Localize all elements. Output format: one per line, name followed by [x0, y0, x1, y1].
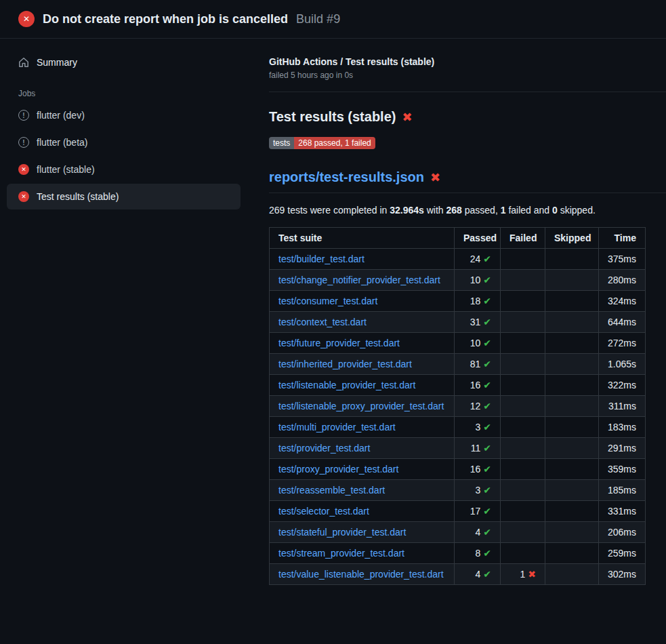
table-row: test/stateful_provider_test.dart 4 ✔ 206…: [270, 522, 646, 543]
suite-link[interactable]: test/listenable_proxy_provider_test.dart: [278, 401, 444, 411]
time-cell: 185ms: [599, 480, 646, 501]
test-table-body: test/builder_test.dart 24 ✔ 375ms test/c…: [270, 249, 646, 585]
time-cell: 259ms: [599, 543, 646, 564]
skipped-cell: [545, 312, 599, 333]
suite-link[interactable]: test/proxy_provider_test.dart: [278, 464, 398, 475]
passed-cell: 17 ✔: [455, 501, 501, 522]
table-row: test/listenable_proxy_provider_test.dart…: [270, 396, 646, 417]
cross-mark-icon: ✖: [402, 111, 412, 123]
skipped-cell: [545, 459, 599, 480]
col-header-suite: Test suite: [270, 228, 455, 249]
failed-cell: [501, 459, 545, 480]
passed-cell: 12 ✔: [455, 396, 501, 417]
table-row: test/provider_test.dart 11 ✔ 291ms: [270, 438, 646, 459]
sidebar-job-item[interactable]: ! flutter (beta): [7, 129, 241, 155]
check-icon: ✔: [483, 401, 491, 411]
job-label: flutter (beta): [37, 137, 87, 148]
skipped-cell: [545, 249, 599, 270]
failed-cell: [501, 501, 545, 522]
skipped-cell: [545, 543, 599, 564]
table-row: test/change_notifier_provider_test.dart …: [270, 270, 646, 291]
suite-link[interactable]: test/future_provider_test.dart: [278, 338, 400, 348]
suite-cell: test/change_notifier_provider_test.dart: [270, 270, 455, 291]
check-icon: ✔: [483, 527, 491, 538]
section-title: Test results (stable) ✖: [269, 109, 666, 125]
suite-cell: test/future_provider_test.dart: [270, 333, 455, 354]
suite-cell: test/value_listenable_provider_test.dart: [270, 564, 455, 585]
check-icon: ✔: [483, 254, 491, 264]
suite-link[interactable]: test/provider_test.dart: [278, 443, 370, 454]
passed-cell: 3 ✔: [455, 480, 501, 501]
time-cell: 359ms: [599, 459, 646, 480]
suite-cell: test/stream_provider_test.dart: [270, 543, 455, 564]
suite-cell: test/consumer_test.dart: [270, 291, 455, 312]
failed-cell: [501, 354, 545, 375]
check-icon: ✔: [483, 464, 491, 475]
suite-link[interactable]: test/context_test.dart: [278, 317, 367, 327]
suite-link[interactable]: test/builder_test.dart: [278, 254, 365, 264]
badge-label: tests: [269, 137, 294, 149]
skipped-cell: [545, 396, 599, 417]
report-heading: reports/test-results.json ✖: [269, 169, 666, 193]
passed-cell: 11 ✔: [455, 438, 501, 459]
section-title-text: Test results (stable): [269, 109, 396, 125]
suite-link[interactable]: test/stream_provider_test.dart: [278, 548, 404, 559]
suite-cell: test/proxy_provider_test.dart: [270, 459, 455, 480]
passed-cell: 3 ✔: [455, 417, 501, 438]
suite-link[interactable]: test/selector_test.dart: [278, 506, 369, 517]
job-list: ! flutter (dev) ! flutter (beta) ✕ flutt…: [0, 102, 247, 209]
table-header-row: Test suite Passed Failed Skipped Time: [270, 228, 646, 249]
suite-link[interactable]: test/stateful_provider_test.dart: [278, 527, 406, 538]
failed-cell: [501, 543, 545, 564]
suite-link[interactable]: test/consumer_test.dart: [278, 296, 377, 306]
job-label: Test results (stable): [37, 191, 119, 202]
home-icon: [18, 57, 29, 68]
passed-cell: 10 ✔: [455, 333, 501, 354]
passed-cell: 8 ✔: [455, 543, 501, 564]
suite-link[interactable]: test/reassemble_test.dart: [278, 485, 385, 496]
passed-cell: 18 ✔: [455, 291, 501, 312]
sidebar-job-item[interactable]: ✕ flutter (stable): [7, 157, 241, 182]
suite-cell: test/inherited_provider_test.dart: [270, 354, 455, 375]
run-header: ✕ Do not create report when job is cance…: [0, 0, 666, 39]
badge-value: 268 passed, 1 failed: [294, 137, 375, 149]
x-circle-fill-icon: ✕: [18, 191, 29, 202]
suite-link[interactable]: test/listenable_provider_test.dart: [278, 380, 415, 390]
suite-link[interactable]: test/change_notifier_provider_test.dart: [278, 275, 440, 285]
failed-cell: [501, 333, 545, 354]
suite-cell: test/listenable_proxy_provider_test.dart: [270, 396, 455, 417]
suite-cell: test/listenable_provider_test.dart: [270, 375, 455, 396]
failed-cell: 1 ✖: [501, 564, 545, 585]
time-cell: 311ms: [599, 396, 646, 417]
job-label: flutter (dev): [37, 110, 85, 121]
check-icon: ✔: [483, 317, 491, 327]
suite-cell: test/multi_provider_test.dart: [270, 417, 455, 438]
summary-label: Summary: [37, 57, 77, 68]
check-icon: ✔: [483, 548, 491, 559]
suite-link[interactable]: test/multi_provider_test.dart: [278, 422, 396, 432]
check-icon: ✔: [483, 296, 491, 306]
time-cell: 280ms: [599, 270, 646, 291]
failed-cell: [501, 438, 545, 459]
time-cell: 331ms: [599, 501, 646, 522]
col-header-failed: Failed: [501, 228, 545, 249]
passed-cell: 4 ✔: [455, 522, 501, 543]
suite-cell: test/selector_test.dart: [270, 501, 455, 522]
header-divider: [269, 92, 666, 92]
suite-link[interactable]: test/inherited_provider_test.dart: [278, 359, 412, 369]
check-icon: ✔: [483, 485, 491, 496]
skipped-cell: [545, 501, 599, 522]
run-build-number: Build #9: [296, 12, 340, 26]
time-cell: 206ms: [599, 522, 646, 543]
passed-cell: 10 ✔: [455, 270, 501, 291]
report-file-link[interactable]: reports/test-results.json: [269, 169, 424, 185]
skipped-cell: [545, 333, 599, 354]
sidebar-item-summary[interactable]: Summary: [7, 51, 241, 74]
failed-cell: [501, 396, 545, 417]
suite-link[interactable]: test/value_listenable_provider_test.dart: [278, 569, 444, 580]
sidebar-job-item[interactable]: ✕ Test results (stable): [7, 184, 241, 209]
check-icon: ✔: [483, 338, 491, 348]
x-icon: ✖: [528, 569, 536, 580]
table-row: test/selector_test.dart 17 ✔ 331ms: [270, 501, 646, 522]
sidebar-job-item[interactable]: ! flutter (dev): [7, 102, 241, 128]
